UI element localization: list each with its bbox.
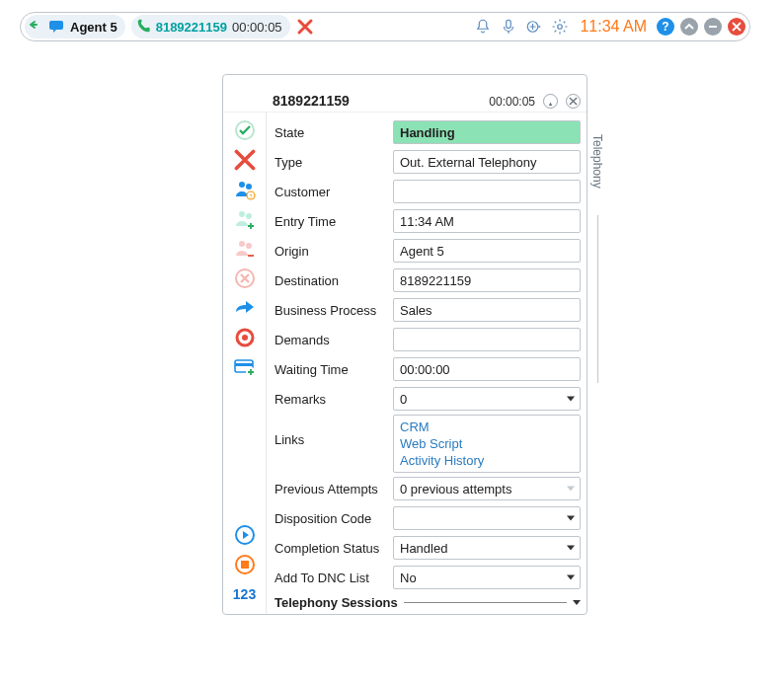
chevron-down-icon bbox=[573, 600, 581, 605]
x-circle-icon bbox=[233, 267, 257, 290]
demands-field[interactable] bbox=[393, 328, 581, 351]
type-value: Out. External Telephony bbox=[393, 150, 581, 174]
svg-point-8 bbox=[239, 211, 245, 217]
panel-close-button[interactable] bbox=[566, 94, 581, 109]
consult-button[interactable]: ? bbox=[227, 176, 263, 203]
svg-point-5 bbox=[246, 184, 252, 190]
links-box: CRM Web Script Activity History bbox=[393, 415, 581, 473]
people-question-icon: ? bbox=[233, 178, 257, 201]
chevron-down-icon bbox=[567, 516, 575, 521]
clock-time: 11:34 AM bbox=[576, 18, 651, 36]
chevron-down-icon bbox=[567, 575, 575, 580]
fields-area: State Handling Type Out. External Teleph… bbox=[267, 113, 587, 614]
business-process-label: Business Process bbox=[271, 303, 389, 318]
close-button[interactable] bbox=[728, 18, 745, 36]
svg-rect-16 bbox=[235, 363, 253, 366]
telephony-sessions-toggle[interactable]: Telephony Sessions bbox=[271, 595, 581, 610]
chevron-up-icon bbox=[684, 22, 694, 32]
collapse-button[interactable] bbox=[680, 18, 698, 36]
customer-field[interactable] bbox=[393, 180, 581, 203]
pin-button[interactable] bbox=[543, 94, 558, 109]
chevron-down-icon bbox=[567, 487, 575, 492]
minimize-button[interactable] bbox=[704, 18, 722, 36]
action-rail: ? bbox=[223, 113, 267, 614]
transfer-arrows-icon bbox=[29, 19, 44, 35]
business-process-value: Sales bbox=[393, 298, 581, 322]
pin-icon bbox=[546, 97, 555, 106]
dnc-select[interactable]: No bbox=[393, 566, 581, 589]
agent-status-chip[interactable]: Agent 5 bbox=[25, 15, 125, 38]
record-button[interactable] bbox=[227, 324, 263, 351]
previous-attempts-label: Previous Attempts bbox=[271, 482, 389, 496]
remove-participant-button[interactable] bbox=[227, 235, 263, 263]
x-icon bbox=[569, 97, 578, 106]
payment-button[interactable] bbox=[227, 353, 263, 381]
phone-icon bbox=[135, 19, 151, 35]
svg-point-4 bbox=[239, 182, 245, 188]
check-circle-icon bbox=[233, 118, 257, 142]
mic-icon bbox=[500, 18, 517, 36]
help-button[interactable]: ? bbox=[657, 18, 674, 36]
completion-status-label: Completion Status bbox=[271, 541, 389, 556]
svg-rect-20 bbox=[241, 561, 249, 569]
dnc-label: Add To DNC List bbox=[271, 571, 389, 585]
end-call-x-button[interactable] bbox=[296, 18, 314, 36]
people-minus-icon bbox=[233, 237, 257, 261]
type-label: Type bbox=[271, 155, 389, 170]
remarks-label: Remarks bbox=[271, 392, 389, 407]
x-icon bbox=[296, 18, 314, 36]
call-number: 8189221159 bbox=[156, 20, 227, 35]
mic-button[interactable] bbox=[499, 17, 518, 37]
entry-time-label: Entry Time bbox=[271, 214, 389, 229]
demands-label: Demands bbox=[271, 333, 389, 347]
svg-point-11 bbox=[246, 243, 252, 249]
settings-button[interactable] bbox=[550, 17, 570, 37]
previous-attempts-select[interactable]: 0 previous attempts bbox=[393, 477, 581, 500]
minimize-icon bbox=[708, 22, 718, 32]
call-timer: 00:00:05 bbox=[232, 20, 282, 35]
waiting-time-value: 00:00:00 bbox=[393, 357, 581, 381]
reject-button[interactable] bbox=[227, 265, 263, 292]
credit-card-plus-icon bbox=[233, 355, 257, 379]
add-participant-button[interactable] bbox=[227, 205, 263, 233]
state-label: State bbox=[271, 125, 389, 140]
disposition-code-label: Disposition Code bbox=[271, 511, 389, 526]
record-icon bbox=[233, 326, 257, 349]
panel-timer: 00:00:05 bbox=[489, 95, 535, 109]
origin-value: Agent 5 bbox=[393, 239, 581, 263]
svg-point-2 bbox=[558, 25, 563, 30]
forward-arrow-icon bbox=[233, 296, 257, 320]
link-crm[interactable]: CRM bbox=[400, 419, 574, 434]
close-icon bbox=[732, 22, 742, 32]
customer-label: Customer bbox=[271, 185, 389, 199]
cancel-button[interactable] bbox=[227, 146, 263, 174]
gear-icon bbox=[551, 18, 569, 36]
bell-button[interactable] bbox=[473, 17, 493, 37]
x-icon bbox=[234, 149, 256, 171]
stop-button[interactable] bbox=[227, 551, 263, 578]
add-button[interactable] bbox=[524, 17, 544, 37]
chevron-down-icon bbox=[567, 546, 575, 551]
panel-title: 8189221159 bbox=[273, 93, 481, 109]
disposition-code-select[interactable] bbox=[393, 506, 581, 530]
remarks-select[interactable]: 0 bbox=[393, 387, 581, 411]
link-activity-history[interactable]: Activity History bbox=[400, 453, 574, 468]
link-web-script[interactable]: Web Script bbox=[400, 436, 574, 451]
destination-label: Destination bbox=[271, 273, 389, 288]
svg-rect-0 bbox=[507, 20, 511, 28]
dialpad-button[interactable]: 123 bbox=[227, 580, 263, 608]
stop-circle-icon bbox=[233, 553, 257, 576]
transfer-button[interactable] bbox=[227, 294, 263, 322]
svg-point-10 bbox=[239, 241, 245, 247]
agent-label: Agent 5 bbox=[70, 20, 118, 35]
svg-point-14 bbox=[242, 335, 248, 341]
bell-icon bbox=[474, 18, 492, 36]
add-circle-icon bbox=[525, 18, 543, 36]
destination-value: 8189221159 bbox=[393, 268, 581, 292]
play-button[interactable] bbox=[227, 521, 263, 549]
telephony-side-tab[interactable]: Telephony bbox=[587, 130, 608, 387]
completion-status-select[interactable]: Handled bbox=[393, 536, 581, 560]
complete-button[interactable] bbox=[227, 116, 263, 144]
speech-bubble-icon bbox=[49, 19, 65, 35]
active-call-chip[interactable]: 8189221159 00:00:05 bbox=[131, 15, 290, 38]
